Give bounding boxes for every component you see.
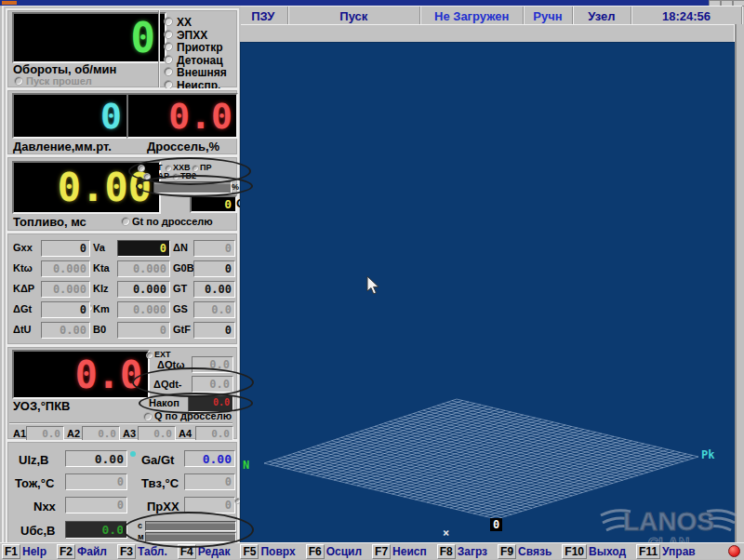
coeff-field-δgt: 0 <box>41 301 90 318</box>
gt-throttle-radio[interactable] <box>121 217 130 226</box>
coeff-field-km: 0.000 <box>117 301 170 318</box>
throttle-label: Дроссель,% <box>147 140 219 153</box>
fkey-f8[interactable]: F8Загрз <box>437 544 487 559</box>
status-cell-4: Ручн <box>524 7 573 25</box>
bar2-label: м <box>138 532 144 541</box>
x-marker: × <box>443 527 449 540</box>
a-field-a2: 0.0 <box>82 426 120 441</box>
fuel-src-par-label: ПАР <box>152 171 169 180</box>
start-passed-radio[interactable] <box>14 76 23 86</box>
fkey-label: Редак <box>198 545 231 558</box>
uoz-ext-label: ЕХТ <box>154 350 171 359</box>
status-bar: ПЗУПускНе ЗагруженРучнУзел18:24:56 <box>239 6 742 26</box>
mode-label: ХХ <box>177 16 192 29</box>
fkey-chip: F7 <box>372 544 391 559</box>
uoz-ext-radio[interactable] <box>146 352 153 359</box>
mode-radio-внешняя[interactable] <box>164 67 173 76</box>
ulz-label: Ulz,В <box>19 453 49 467</box>
mode-radio-приоткр[interactable] <box>164 42 173 51</box>
coeff-field-va: 0 <box>117 240 170 257</box>
mode-radio-хх[interactable] <box>164 17 173 26</box>
rpm-label: Обороты, об/мин <box>13 62 116 76</box>
fuel-src-par-radio[interactable] <box>143 173 151 180</box>
coeff-field-gtf: 0 <box>193 322 235 339</box>
origin-label: 0 <box>490 518 502 531</box>
bar1-label: с <box>138 521 142 530</box>
mode-label: Внешняя <box>177 66 227 79</box>
fkey-label: Табл. <box>138 545 167 558</box>
fuel-percent-label: % <box>232 182 239 192</box>
fkey-f6[interactable]: F6Осцил <box>306 544 362 559</box>
fkey-chip: F8 <box>437 544 456 559</box>
fkey-f10[interactable]: F10Выход <box>562 544 626 559</box>
coeff-label-gxx: Gxx <box>13 242 33 253</box>
fkey-label: Выход <box>589 545 626 558</box>
throttle-value: 0.0 <box>168 99 232 134</box>
gt-throttle-label: Gt по дросселю <box>132 216 213 227</box>
gt-value: 0 <box>224 198 232 210</box>
coeff-field-b0: 0 <box>117 322 170 339</box>
fuel-src-tv2-radio[interactable] <box>172 173 179 180</box>
fkey-f11[interactable]: F11Управ <box>636 544 696 559</box>
coeff-field-gs: 0.0 <box>193 301 235 318</box>
fkey-f1[interactable]: F1Help <box>2 544 46 559</box>
fkey-chip: F6 <box>306 544 325 559</box>
watermark-line1: LANOS <box>623 507 714 536</box>
coeff-label-ktω: Ktω <box>13 262 33 273</box>
fkey-label: Файл <box>77 545 107 558</box>
fkey-f2[interactable]: F2Файл <box>57 544 107 559</box>
fuel-src-tv2-label: ТВ2 <box>180 171 196 180</box>
tvz-field: 0 <box>184 473 235 490</box>
divider <box>158 10 160 87</box>
a-label-a2: A2 <box>67 428 80 439</box>
a-label-a1: A1 <box>13 428 26 439</box>
start-passed-label: Пуск прошел <box>26 75 92 87</box>
coeff-field-klz: 0.000 <box>117 281 170 298</box>
mode-radio-эпхх[interactable] <box>164 30 173 39</box>
fkey-f9[interactable]: F9Связь <box>498 544 551 559</box>
fkey-f4[interactable]: F4Редак <box>178 544 231 559</box>
coeff-label-gs: GS <box>173 303 188 314</box>
rpm-value: 0 <box>131 18 156 59</box>
dqtw-label: ΔQtω <box>157 359 184 370</box>
fuel-src-pr-label: ПР <box>200 163 211 172</box>
status-cell-6: 18:24:56 <box>631 7 742 25</box>
uoz-value: 0.0 <box>75 356 142 393</box>
wireframe-mesh <box>241 43 735 543</box>
fuel-percent-bar <box>153 181 232 193</box>
dqdt-field: 0.0 <box>192 376 233 393</box>
fkey-f7[interactable]: F7Неисп <box>372 544 427 559</box>
dqdt-label: ΔQdt- <box>153 379 182 390</box>
nxx-field: 0 <box>65 497 127 513</box>
fkey-chip: F3 <box>117 544 136 559</box>
window-icon <box>2 1 17 5</box>
coeff-label-g0b: G0B <box>173 262 194 273</box>
mode-radio-неиспр[interactable] <box>164 80 173 89</box>
coeff-label-kδp: KΔP <box>13 283 34 294</box>
coeff-field-gt: 0.00 <box>193 281 235 298</box>
fkey-label: Поврх <box>260 545 295 558</box>
mode-radio-детонац[interactable] <box>164 55 173 64</box>
status-cell-5: Узел <box>573 7 631 25</box>
dqtw-field: 0.0 <box>192 356 233 373</box>
ubs-field: 0.0 <box>65 521 127 539</box>
axis-pk-label: Pk <box>701 448 714 461</box>
instrument-panel: 0 Обороты, об/мин Пуск прошел ХХЭПХХПрио… <box>2 6 241 544</box>
a-field-a3: 0.0 <box>138 426 176 441</box>
fuel-value: 0.00 <box>58 168 152 207</box>
fkey-chip: F5 <box>240 544 259 559</box>
fuel-src-ext-radio[interactable] <box>138 165 145 172</box>
surface-plot-area[interactable]: N Pk 0 × LANOS CLAN <box>240 42 735 543</box>
fkey-chip: F9 <box>498 544 516 559</box>
toolbar-strip <box>240 24 734 43</box>
fkey-f3[interactable]: F3Табл. <box>117 544 167 559</box>
q-throttle-radio[interactable] <box>143 412 153 421</box>
fkey-f5[interactable]: F5Поврх <box>240 544 295 559</box>
rpm-group: 0 Обороты, об/мин Пуск прошел ХХЭПХХПрио… <box>6 8 239 89</box>
tozh-label: Тож,°С <box>15 476 54 490</box>
coeff-label-δgt: ΔGt <box>13 303 32 314</box>
fkey-label: Загрз <box>458 545 487 558</box>
coeff-field-ktω: 0.000 <box>41 260 90 277</box>
tvz-label: Твз,°С <box>141 476 179 490</box>
tozh-field: 0 <box>65 473 127 490</box>
